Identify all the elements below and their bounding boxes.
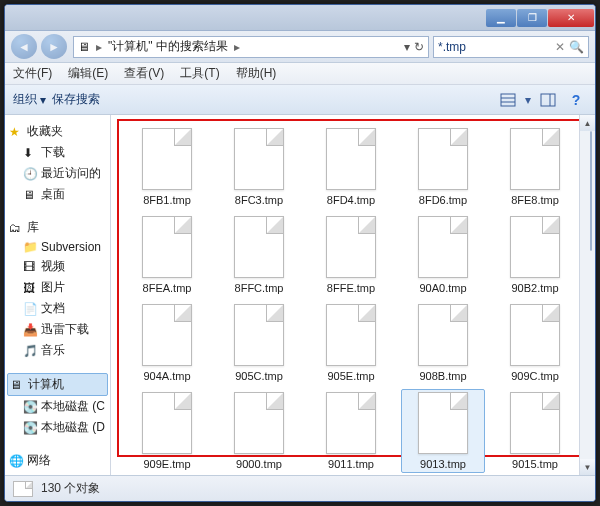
scrollbar-vertical[interactable]: ▲ ▼ — [579, 115, 595, 475]
file-name: 8FEA.tmp — [143, 282, 192, 294]
file-item[interactable]: 909E.tmp — [125, 389, 209, 473]
file-name: 905E.tmp — [327, 370, 374, 382]
file-name: 8FB1.tmp — [143, 194, 191, 206]
file-item[interactable]: 9011.tmp — [309, 389, 393, 473]
sidebar-computer[interactable]: 🖥 计算机 — [7, 373, 108, 396]
sidebar-item-music[interactable]: 🎵音乐 — [7, 340, 108, 361]
menu-tools[interactable]: 工具(T) — [180, 65, 219, 82]
sidebar-label: 网络 — [27, 452, 51, 469]
preview-pane-button[interactable] — [537, 89, 559, 111]
menu-view[interactable]: 查看(V) — [124, 65, 164, 82]
toolbar: 组织 ▾ 保存搜索 ▾ ? — [5, 85, 595, 115]
chevron-down-icon[interactable]: ▾ — [525, 93, 531, 107]
download-icon: 📥 — [23, 323, 37, 337]
file-item[interactable]: 8FD4.tmp — [309, 125, 393, 209]
sidebar-network[interactable]: 🌐 网络 — [7, 450, 108, 471]
sidebar-item-pictures[interactable]: 🖼图片 — [7, 277, 108, 298]
file-icon — [234, 392, 284, 454]
sidebar-item-downloads[interactable]: ⬇下载 — [7, 142, 108, 163]
file-item[interactable]: 90B2.tmp — [493, 213, 577, 297]
file-item[interactable]: 8FFC.tmp — [217, 213, 301, 297]
minimize-button[interactable]: ▁ — [486, 9, 516, 27]
maximize-button[interactable]: ❐ — [517, 9, 547, 27]
sidebar-item-label: 最近访问的 — [41, 165, 101, 182]
scroll-up-icon[interactable]: ▲ — [580, 115, 595, 131]
save-search-button[interactable]: 保存搜索 — [52, 91, 100, 108]
star-icon: ★ — [9, 125, 23, 139]
file-item[interactable]: 8FC3.tmp — [217, 125, 301, 209]
file-name: 9011.tmp — [328, 458, 374, 470]
sidebar-item-label: 文档 — [41, 300, 65, 317]
file-item[interactable]: 904A.tmp — [125, 301, 209, 385]
status-text: 130 个对象 — [41, 480, 100, 497]
sidebar-item-video[interactable]: 🎞视频 — [7, 256, 108, 277]
file-icon — [142, 304, 192, 366]
file-icon — [142, 128, 192, 190]
refresh-icon[interactable]: ↻ — [414, 40, 424, 54]
recent-icon: 🕘 — [23, 167, 37, 181]
help-icon[interactable]: ? — [565, 89, 587, 111]
scroll-down-icon[interactable]: ▼ — [580, 459, 595, 475]
sidebar-item-drive-c[interactable]: 💽本地磁盘 (C — [7, 396, 108, 417]
sidebar-item-label: 下载 — [41, 144, 65, 161]
file-item[interactable]: 8FD6.tmp — [401, 125, 485, 209]
file-name: 905C.tmp — [235, 370, 283, 382]
file-item[interactable]: 909C.tmp — [493, 301, 577, 385]
drive-icon: 💽 — [23, 421, 37, 435]
forward-button[interactable]: ► — [41, 34, 67, 59]
sidebar-item-xunlei[interactable]: 📥迅雷下载 — [7, 319, 108, 340]
file-item[interactable]: 8FFE.tmp — [309, 213, 393, 297]
menu-edit[interactable]: 编辑(E) — [68, 65, 108, 82]
file-item[interactable]: 9015.tmp — [493, 389, 577, 473]
file-item[interactable]: 905C.tmp — [217, 301, 301, 385]
body: ★ 收藏夹 ⬇下载 🕘最近访问的 🖥桌面 🗂 库 📁Subversion 🎞视频… — [5, 115, 595, 475]
file-icon — [13, 481, 33, 497]
file-icon — [326, 128, 376, 190]
sidebar-item-label: 桌面 — [41, 186, 65, 203]
file-item[interactable]: 905E.tmp — [309, 301, 393, 385]
file-icon — [234, 216, 284, 278]
sidebar-item-label: 图片 — [41, 279, 65, 296]
nav-row: ◄ ► 🖥 ▸ "计算机" 中的搜索结果 ▸ ▾ ↻ ✕ 🔍 — [5, 31, 595, 63]
file-item[interactable]: 8FEA.tmp — [125, 213, 209, 297]
breadcrumb[interactable]: 🖥 ▸ "计算机" 中的搜索结果 ▸ ▾ ↻ — [73, 36, 429, 58]
file-item[interactable]: 9013.tmp — [401, 389, 485, 473]
file-item[interactable]: 908B.tmp — [401, 301, 485, 385]
file-icon — [234, 128, 284, 190]
sidebar-item-subversion[interactable]: 📁Subversion — [7, 238, 108, 256]
search-box[interactable]: ✕ 🔍 — [433, 36, 589, 58]
breadcrumb-text: "计算机" 中的搜索结果 — [108, 38, 228, 55]
drive-icon: 💽 — [23, 400, 37, 414]
file-item[interactable]: 8FE8.tmp — [493, 125, 577, 209]
file-pane[interactable]: 8FB1.tmp8FC3.tmp8FD4.tmp8FD6.tmp8FE8.tmp… — [111, 115, 595, 475]
chevron-down-icon[interactable]: ▾ — [404, 40, 410, 54]
file-icon — [418, 128, 468, 190]
organize-button[interactable]: 组织 ▾ — [13, 91, 46, 108]
sidebar-favorites[interactable]: ★ 收藏夹 — [7, 121, 108, 142]
file-name: 90A0.tmp — [419, 282, 466, 294]
menu-file[interactable]: 文件(F) — [13, 65, 52, 82]
clear-icon[interactable]: ✕ — [555, 40, 565, 54]
sidebar-libraries[interactable]: 🗂 库 — [7, 217, 108, 238]
chevron-right-icon: ▸ — [94, 40, 104, 54]
scroll-thumb[interactable] — [590, 131, 592, 251]
sidebar-item-drive-d[interactable]: 💽本地磁盘 (D — [7, 417, 108, 438]
view-options-button[interactable] — [497, 89, 519, 111]
file-item[interactable]: 9000.tmp — [217, 389, 301, 473]
menu-help[interactable]: 帮助(H) — [236, 65, 277, 82]
picture-icon: 🖼 — [23, 281, 37, 295]
file-name: 9013.tmp — [420, 458, 466, 470]
search-input[interactable] — [438, 40, 551, 54]
file-item[interactable]: 8FB1.tmp — [125, 125, 209, 209]
sidebar-item-label: 本地磁盘 (D — [41, 419, 105, 436]
back-button[interactable]: ◄ — [11, 34, 37, 59]
sidebar-item-recent[interactable]: 🕘最近访问的 — [7, 163, 108, 184]
file-name: 8FD4.tmp — [327, 194, 375, 206]
sidebar-item-documents[interactable]: 📄文档 — [7, 298, 108, 319]
file-icon — [510, 304, 560, 366]
file-item[interactable]: 90A0.tmp — [401, 213, 485, 297]
sidebar-item-label: 视频 — [41, 258, 65, 275]
close-button[interactable]: ✕ — [548, 9, 594, 27]
search-icon[interactable]: 🔍 — [569, 40, 584, 54]
sidebar-item-desktop[interactable]: 🖥桌面 — [7, 184, 108, 205]
